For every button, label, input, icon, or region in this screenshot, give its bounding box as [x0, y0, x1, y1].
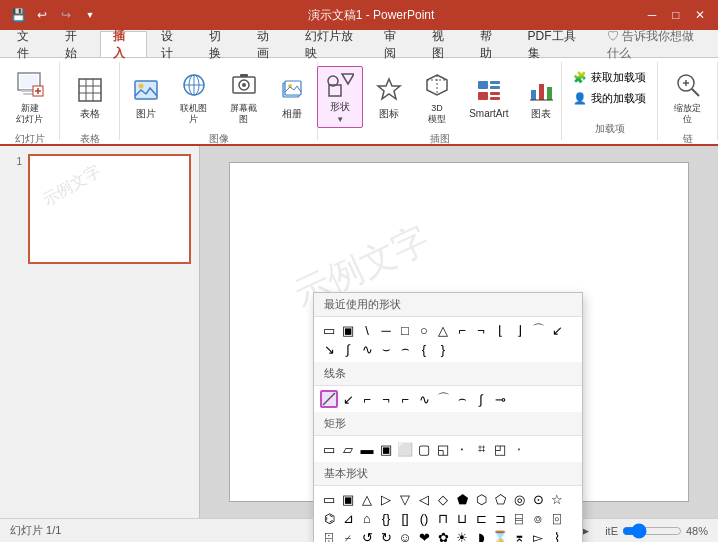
bs-15[interactable]: ⊿ [339, 509, 357, 527]
tab-home[interactable]: 开始 [52, 31, 99, 57]
tab-search[interactable]: ♡ 告诉我你想做什么 [594, 31, 717, 57]
icons-button[interactable]: 图标 [367, 66, 411, 128]
bs-19[interactable]: () [415, 509, 433, 527]
bs-30[interactable]: ↻ [377, 528, 395, 542]
shape-cell-recent-3[interactable]: \ [358, 321, 376, 339]
shape-cell-recent-15[interactable]: ∫ [339, 340, 357, 358]
bs-39[interactable]: ⌇ [548, 528, 566, 542]
bs-13[interactable]: ☆ [548, 490, 566, 508]
maximize-button[interactable]: □ [666, 5, 686, 25]
bs-31[interactable]: ☺ [396, 528, 414, 542]
picture-button[interactable]: 图片 [125, 66, 167, 128]
bs-24[interactable]: ⌸ [510, 509, 528, 527]
bs-29[interactable]: ↺ [358, 528, 376, 542]
shape-cell-recent-4[interactable]: ─ [377, 321, 395, 339]
bs-21[interactable]: ⊔ [453, 509, 471, 527]
shape-cell-recent-19[interactable]: { [415, 340, 433, 358]
bs-27[interactable]: ⌹ [320, 528, 338, 542]
tab-pdf[interactable]: PDF工具集 [515, 31, 593, 57]
bs-37[interactable]: ⌆ [510, 528, 528, 542]
bs-12[interactable]: ⊙ [529, 490, 547, 508]
zoom-slider[interactable] [622, 526, 682, 536]
bs-23[interactable]: ⊐ [491, 509, 509, 527]
shape-cell-line-free1[interactable]: ∫ [472, 390, 490, 408]
shape-cell-line-curve2[interactable]: ⌒ [434, 390, 452, 408]
smartart-button[interactable]: SmartArt [463, 66, 514, 128]
tab-insert[interactable]: 插入 [100, 31, 147, 57]
shape-cell-line-diag[interactable] [320, 390, 338, 408]
undo-icon[interactable]: ↩ [32, 5, 52, 25]
bs-20[interactable]: ⊓ [434, 509, 452, 527]
shape-cell-recent-7[interactable]: △ [434, 321, 452, 339]
bs-7[interactable]: ◇ [434, 490, 452, 508]
shape-cell-recent-2[interactable]: ▣ [339, 321, 357, 339]
shape-cell-recent-8[interactable]: ⌐ [453, 321, 471, 339]
bs-17[interactable]: {} [377, 509, 395, 527]
shape-cell-line-arrow[interactable]: ↙ [339, 390, 357, 408]
shape-cell-rect-7[interactable]: ◱ [434, 440, 452, 458]
shape-cell-recent-11[interactable]: ⌋ [510, 321, 528, 339]
shape-cell-rect-11[interactable]: ⬞ [510, 440, 528, 458]
shape-cell-recent-17[interactable]: ⌣ [377, 340, 395, 358]
shape-cell-recent-5[interactable]: □ [396, 321, 414, 339]
album-button[interactable]: 相册 [271, 66, 313, 128]
bs-36[interactable]: ⌛ [491, 528, 509, 542]
tab-animation[interactable]: 动画 [244, 31, 291, 57]
bs-25[interactable]: ⌾ [529, 509, 547, 527]
shape-cell-recent-16[interactable]: ∿ [358, 340, 376, 358]
zoom-button[interactable]: 缩放定位 [666, 66, 710, 128]
shape-cell-rect-8[interactable]: ⬝ [453, 440, 471, 458]
my-addins-button[interactable]: 👤 我的加载项 [567, 89, 652, 108]
shape-cell-recent-20[interactable]: } [434, 340, 452, 358]
bs-38[interactable]: ▻ [529, 528, 547, 542]
slide-thumbnail[interactable]: 1 示例文字 [8, 154, 191, 264]
shape-cell-line-curve3[interactable]: ⌢ [453, 390, 471, 408]
table-button[interactable]: 表格 [68, 66, 112, 128]
bs-34[interactable]: ☀ [453, 528, 471, 542]
shape-cell-recent-14[interactable]: ↘ [320, 340, 338, 358]
tab-file[interactable]: 文件 [4, 31, 51, 57]
bs-8[interactable]: ⬟ [453, 490, 471, 508]
3d-model-button[interactable]: 3D模型 [415, 66, 459, 128]
shape-cell-recent-12[interactable]: ⌒ [529, 321, 547, 339]
shapes-button[interactable]: 形状 ▼ [317, 66, 363, 128]
bs-3[interactable]: △ [358, 490, 376, 508]
tab-design[interactable]: 设计 [148, 31, 195, 57]
redo-icon[interactable]: ↪ [56, 5, 76, 25]
bs-6[interactable]: ◁ [415, 490, 433, 508]
shape-cell-rect-5[interactable]: ⬜ [396, 440, 414, 458]
shape-cell-line-free2[interactable]: ⊸ [491, 390, 509, 408]
tab-help[interactable]: 帮助 [467, 31, 514, 57]
bs-26[interactable]: ⌻ [548, 509, 566, 527]
bs-35[interactable]: ◗ [472, 528, 490, 542]
bs-22[interactable]: ⊏ [472, 509, 490, 527]
shape-cell-recent-18[interactable]: ⌢ [396, 340, 414, 358]
shape-cell-line-bent1[interactable]: ⌐ [358, 390, 376, 408]
minimize-button[interactable]: ─ [642, 5, 662, 25]
shape-cell-line-bent2[interactable]: ¬ [377, 390, 395, 408]
shape-cell-rect-4[interactable]: ▣ [377, 440, 395, 458]
shape-cell-line-curve1[interactable]: ∿ [415, 390, 433, 408]
bs-32[interactable]: ❤ [415, 528, 433, 542]
shape-cell-rect-6[interactable]: ▢ [415, 440, 433, 458]
shape-cell-recent-6[interactable]: ○ [415, 321, 433, 339]
bs-1[interactable]: ▭ [320, 490, 338, 508]
close-button[interactable]: ✕ [690, 5, 710, 25]
shape-cell-rect-1[interactable]: ▭ [320, 440, 338, 458]
tab-transition[interactable]: 切换 [196, 31, 243, 57]
zoom-level[interactable]: itE [605, 525, 618, 537]
shape-cell-rect-9[interactable]: ⌗ [472, 440, 490, 458]
shape-cell-recent-1[interactable]: ▭ [320, 321, 338, 339]
customize-qa-icon[interactable]: ▼ [80, 5, 100, 25]
save-icon[interactable]: 💾 [8, 5, 28, 25]
online-pic-button[interactable]: 联机图片 [171, 66, 217, 128]
slide-preview[interactable]: 示例文字 [28, 154, 191, 264]
shape-cell-rect-3[interactable]: ▬ [358, 440, 376, 458]
bs-5[interactable]: ▽ [396, 490, 414, 508]
shape-cell-rect-10[interactable]: ◰ [491, 440, 509, 458]
tab-slideshow[interactable]: 幻灯片放映 [292, 31, 370, 57]
shape-cell-rect-2[interactable]: ▱ [339, 440, 357, 458]
bs-4[interactable]: ▷ [377, 490, 395, 508]
bs-33[interactable]: ✿ [434, 528, 452, 542]
chart-button[interactable]: 图表 [519, 66, 563, 128]
